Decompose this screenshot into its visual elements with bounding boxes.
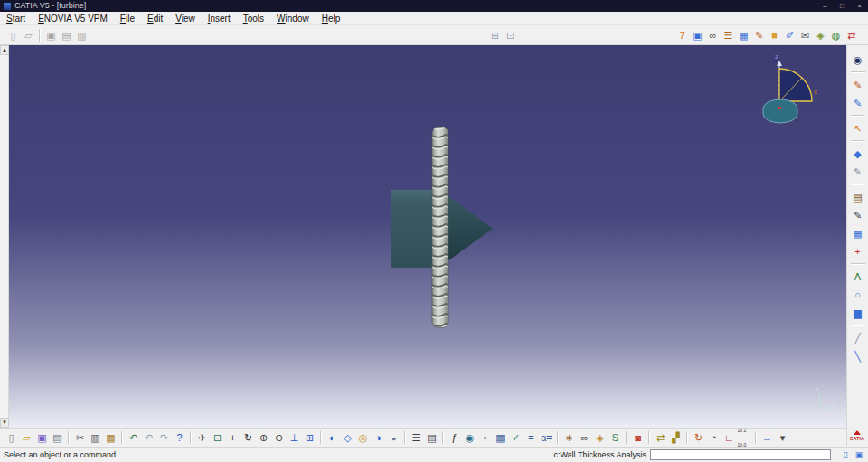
- knowledge-inspector-icon[interactable]: ◉: [463, 430, 477, 445]
- open-document-icon[interactable]: ▣: [691, 28, 705, 42]
- wireframe-mode-icon[interactable]: ◇: [341, 430, 355, 445]
- generative-view-icon[interactable]: ◈: [593, 430, 608, 445]
- save-icon[interactable]: ▣: [35, 430, 50, 445]
- menu-file[interactable]: File: [114, 14, 141, 24]
- part-box-icon[interactable]: ■: [768, 28, 782, 42]
- exchange-icon[interactable]: ⇄: [654, 430, 668, 445]
- whats-this-icon[interactable]: ?: [173, 430, 187, 445]
- sketch-analysis-icon[interactable]: ✎: [850, 164, 866, 180]
- shading-mode-icon[interactable]: ◐: [326, 430, 340, 445]
- pencil-edit-icon[interactable]: ✎: [752, 28, 767, 42]
- compass[interactable]: z x: [758, 51, 823, 127]
- normal-view-icon[interactable]: ⊥: [288, 430, 302, 445]
- rotate-icon[interactable]: ↻: [241, 430, 256, 445]
- pen-icon[interactable]: ✎: [850, 207, 866, 223]
- close-button[interactable]: ×: [851, 0, 868, 12]
- undo-history-icon[interactable]: ↶: [142, 430, 156, 445]
- screw-shaft[interactable]: [432, 127, 448, 327]
- measure-ruler-icon[interactable]: ╱: [850, 330, 866, 346]
- measure-line-icon[interactable]: ╲: [850, 348, 866, 364]
- fit-all-in-icon[interactable]: ⊡: [211, 430, 225, 445]
- formula-icon[interactable]: ƒ: [448, 430, 462, 445]
- menu-enovia-v5-vpm[interactable]: ENOVIA V5 VPM: [32, 14, 114, 24]
- status-link-icon[interactable]: ▣: [854, 449, 864, 460]
- menu-tools[interactable]: Tools: [237, 14, 270, 24]
- hub-cylinder[interactable]: [391, 190, 435, 268]
- annotations-icon[interactable]: a=: [540, 430, 554, 445]
- window-tile-icon[interactable]: ▥: [75, 28, 90, 42]
- status-doc-icon[interactable]: ▯: [840, 449, 851, 460]
- enovia-open-icon[interactable]: ▱: [22, 28, 36, 42]
- turbine-model[interactable]: [384, 122, 506, 335]
- versions-icon[interactable]: 7: [675, 28, 690, 42]
- compass-base[interactable]: [763, 99, 797, 123]
- spell-check-icon[interactable]: A: [850, 269, 866, 285]
- globe-icon[interactable]: ◍: [829, 28, 844, 42]
- swap-visible-space-icon[interactable]: ◒: [387, 430, 401, 445]
- search-binoculars-icon[interactable]: ∞: [706, 28, 721, 42]
- minimize-button[interactable]: –: [816, 0, 834, 12]
- pad-icon[interactable]: ◆: [850, 146, 866, 162]
- scroll-up-icon[interactable]: ▲: [0, 45, 9, 55]
- enovia-new-icon[interactable]: ▯: [6, 28, 21, 42]
- multi-view-icon[interactable]: ⊞: [303, 430, 317, 445]
- specification-tree-icon[interactable]: ☰: [410, 430, 424, 445]
- graph-overview-icon[interactable]: ▤: [425, 430, 439, 445]
- goto-pointer-icon[interactable]: →: [760, 430, 775, 445]
- window-cascade-icon[interactable]: ▤: [60, 28, 74, 42]
- axis-icon[interactable]: ∟: [722, 430, 737, 445]
- zoom-in-icon[interactable]: ⊕: [257, 430, 271, 445]
- scale-values-icon[interactable]: 10.1 10.0: [738, 430, 752, 445]
- update-icon[interactable]: ↻: [692, 430, 706, 445]
- sketcher-icon[interactable]: ✎: [850, 77, 866, 93]
- compass-anchor-dot[interactable]: [778, 107, 781, 109]
- enovia-save-icon[interactable]: ▣: [44, 28, 59, 42]
- lighting-icon[interactable]: ◎: [356, 430, 371, 445]
- menu-window[interactable]: Window: [270, 14, 316, 24]
- cut-icon[interactable]: ✂: [73, 430, 88, 445]
- search-icon[interactable]: ∞: [578, 430, 592, 445]
- copy-icon[interactable]: ▥: [89, 430, 103, 445]
- pan-icon[interactable]: +: [226, 430, 241, 445]
- grid-toggle-icon[interactable]: ⊞: [488, 28, 503, 42]
- split-view-icon[interactable]: ▞: [669, 430, 684, 445]
- design-table-icon[interactable]: ▦: [494, 430, 508, 445]
- surface-icon[interactable]: S: [609, 430, 623, 445]
- scroll-down-icon[interactable]: ▼: [0, 418, 9, 428]
- menu-view[interactable]: View: [169, 14, 202, 24]
- active-workbench-icon[interactable]: ◉: [850, 52, 866, 68]
- new-document-icon[interactable]: ▯: [5, 430, 19, 445]
- redo-icon[interactable]: ↷: [157, 430, 172, 445]
- annotation-bubble-icon[interactable]: ○: [850, 287, 866, 303]
- manipulation-icon[interactable]: ∗: [562, 430, 577, 445]
- paste-icon[interactable]: ▦: [104, 430, 118, 445]
- equivalent-dimensions-icon[interactable]: =: [524, 430, 539, 445]
- quick-print-icon[interactable]: ▤: [51, 430, 65, 445]
- transfer-icon[interactable]: ⇄: [844, 28, 859, 42]
- check-analysis-icon[interactable]: ✓: [509, 430, 524, 445]
- database-icon[interactable]: ☰: [722, 28, 736, 42]
- menu-edit[interactable]: Edit: [141, 14, 169, 24]
- table-icon[interactable]: ▦: [737, 28, 751, 42]
- grid-icon[interactable]: ▦: [850, 225, 866, 241]
- menu-help[interactable]: Help: [316, 14, 347, 24]
- axis-system-icon[interactable]: +: [850, 243, 866, 259]
- left-scrollbar[interactable]: ▲ ▼: [0, 45, 9, 428]
- send-mail-icon[interactable]: ✉: [798, 28, 813, 42]
- menu-start[interactable]: Start: [0, 14, 32, 24]
- select-arrow-icon[interactable]: ↖: [850, 120, 866, 137]
- draft-document-icon[interactable]: ✐: [783, 28, 797, 42]
- more-tools-icon[interactable]: ▾: [776, 430, 790, 445]
- histogram-icon[interactable]: ▆: [850, 305, 866, 321]
- parameters-icon[interactable]: •: [478, 430, 493, 445]
- viewport-3d[interactable]: z x z x: [9, 45, 846, 428]
- snap-toggle-icon[interactable]: ⊡: [504, 28, 518, 42]
- undo-icon[interactable]: ↶: [127, 430, 141, 445]
- open-icon[interactable]: ▱: [20, 430, 34, 445]
- positioned-sketch-icon[interactable]: ✎: [850, 95, 866, 111]
- zoom-out-icon[interactable]: ⊖: [272, 430, 287, 445]
- clock-icon[interactable]: ◔: [707, 430, 722, 445]
- apply-material-icon[interactable]: ◙: [631, 430, 646, 445]
- paintbrush-icon[interactable]: ◈: [814, 28, 828, 42]
- command-input[interactable]: [650, 449, 831, 460]
